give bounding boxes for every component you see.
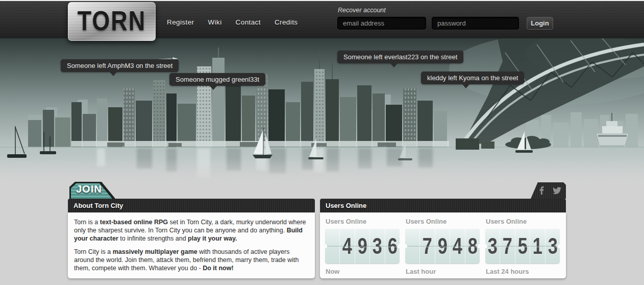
- counter-label: Users Online: [486, 218, 560, 225]
- counter-notch: [558, 244, 560, 248]
- counter-digit: 4: [452, 229, 463, 264]
- torn-logo[interactable]: TORN: [68, 2, 156, 41]
- counter-digit-cell: [405, 229, 419, 264]
- counter-notch: [478, 244, 480, 248]
- counter-digit: 7: [502, 229, 513, 264]
- counter-digit: 9: [437, 229, 448, 264]
- counter-digit: 8: [467, 229, 478, 264]
- counter-digit: 7: [422, 229, 433, 264]
- counter-digit-cell: 5: [515, 229, 530, 264]
- counter-digit: 6: [387, 229, 398, 264]
- torn-logo-text: TORN: [78, 0, 146, 43]
- email-input[interactable]: [337, 17, 426, 30]
- counter-digit-cell: 4: [450, 229, 464, 264]
- counter-digit-cell: 7: [500, 229, 514, 264]
- counter-digit: 4: [342, 229, 353, 264]
- users-online-panel: Users Online Users Online4936NowUsers On…: [320, 199, 566, 278]
- counter-label: Users Online: [406, 218, 480, 225]
- counter-label: Users Online: [326, 218, 400, 225]
- counter-digit-cell: 4: [339, 229, 354, 264]
- about-panel: About Torn City Torn is a text-based onl…: [68, 199, 315, 278]
- nav-link-credits[interactable]: Credits: [275, 18, 298, 26]
- about-panel-title: About Torn City: [68, 199, 315, 212]
- counter-display: 4936: [325, 229, 400, 264]
- counter-digit: 3: [487, 229, 498, 264]
- counter-display: 7948: [405, 229, 480, 264]
- counter-notch: [398, 244, 400, 248]
- main-nav: RegisterWikiContactCredits: [167, 18, 298, 26]
- counter-digit: 5: [517, 229, 528, 264]
- users-counter: Users Online4936Now: [325, 217, 400, 275]
- users-counter: Users Online7948Last hour: [405, 217, 480, 275]
- about-paragraphs: Torn is a text-based online RPG set in T…: [68, 212, 315, 278]
- counter-digit-cell: [325, 229, 339, 264]
- recover-account-link[interactable]: Recover account: [338, 7, 386, 14]
- counter-digit: 3: [547, 229, 558, 264]
- nav-link-contact[interactable]: Contact: [236, 18, 261, 26]
- counter-digit: 3: [371, 229, 383, 264]
- users-counter: Users Online37513Last 24 hours: [485, 217, 560, 275]
- counter-caption: Last 24 hours: [486, 268, 560, 275]
- counter-caption: Now: [326, 268, 400, 275]
- login-button[interactable]: Login: [527, 17, 553, 30]
- counter-caption: Last hour: [406, 268, 480, 275]
- nav-link-register[interactable]: Register: [167, 18, 194, 26]
- counter-digit: [327, 229, 338, 264]
- twitter-icon[interactable]: [553, 187, 561, 194]
- about-paragraph: Torn City is a massively multiplayer gam…: [74, 248, 309, 272]
- counter-display: 37513: [485, 229, 560, 264]
- counter-digit-cell: 7: [419, 229, 434, 264]
- counter-digit-cell: 3: [369, 229, 384, 264]
- counter-digit-cell: 1: [530, 229, 544, 264]
- counter-digit: 1: [532, 229, 543, 264]
- join-tab-label: JOIN: [76, 183, 102, 195]
- facebook-icon[interactable]: [539, 186, 544, 195]
- torn-landing-page: TORN RegisterWikiContactCredits Recover …: [0, 0, 644, 285]
- counter-digit-cell: 9: [355, 229, 369, 264]
- counter-digit-cell: 9: [435, 229, 450, 264]
- counter-digit: [407, 229, 418, 264]
- counters: Users Online4936NowUsers Online7948Last …: [325, 217, 561, 275]
- about-paragraph: Torn is a text-based online RPG set in T…: [74, 218, 309, 243]
- nav-link-wiki[interactable]: Wiki: [208, 18, 221, 26]
- counter-digit: 9: [357, 229, 368, 264]
- password-input[interactable]: [432, 17, 519, 30]
- counter-digit-cell: 3: [485, 229, 500, 264]
- users-panel-title: Users Online: [320, 199, 566, 212]
- cityscape-hero: [0, 38, 644, 186]
